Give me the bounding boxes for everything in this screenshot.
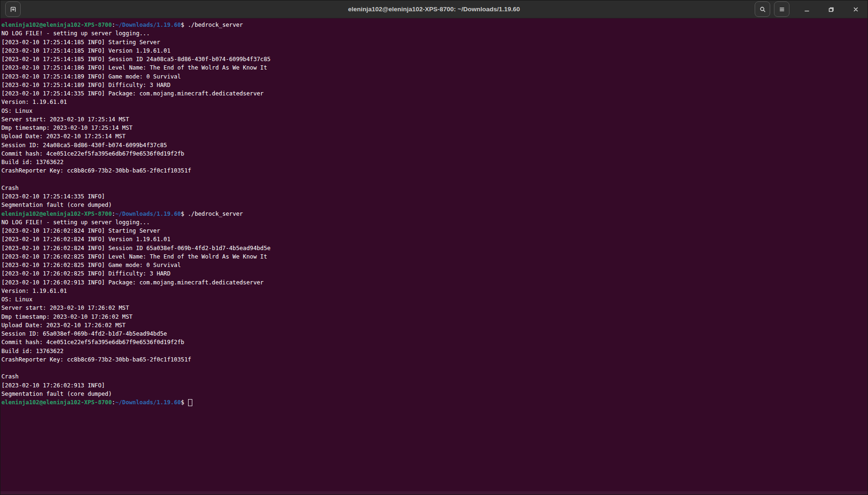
terminal-line: Dmp timestamp: 2023-02-10 17:25:14 MST — [1, 124, 867, 132]
terminal-text: [2023-02-10 17:26:02:913 INFO] — [1, 382, 105, 389]
terminal-line: [2023-02-10 17:25:14:189 INFO] Difficult… — [1, 81, 867, 89]
terminal-line: Commit hash: 4ce051ce22ef5fa395e6db67f9e… — [1, 149, 867, 158]
terminal-text: [2023-02-10 17:25:14:189 INFO] Game mode… — [1, 73, 181, 80]
terminal-text: Dmp timestamp: 2023-02-10 17:26:02 MST — [1, 314, 133, 320]
restore-icon — [828, 6, 835, 13]
terminal-line: eleninja102@eleninja102-XPS-8700:~/Downl… — [1, 210, 867, 218]
terminal-text: Segmentation fault (core dumped) — [1, 202, 112, 208]
terminal-text: CrashReporter Key: cc8b8c69-73b2-30bb-ba… — [1, 167, 191, 174]
terminal-text: CrashReporter Key: cc8b8c69-73b2-30bb-ba… — [1, 356, 191, 363]
terminal-text: Version: 1.19.61.01 — [1, 99, 67, 105]
terminal-text: [2023-02-10 17:25:14:185 INFO] Session I… — [1, 56, 270, 63]
terminal-text: Crash — [1, 185, 19, 191]
terminal-text: Commit hash: 4ce051ce22ef5fa395e6db67f9e… — [1, 150, 184, 157]
terminal-text: OS: Linux — [1, 296, 32, 303]
terminal-text: NO LOG FILE! - setting up server logging… — [1, 219, 150, 226]
terminal-line: Version: 1.19.61.01 — [1, 287, 867, 295]
terminal-output: eleninja102@eleninja102-XPS-8700:~/Downl… — [0, 18, 868, 407]
terminal-text: Session ID: 65a038ef-069b-4fd2-b1d7-4b5e… — [1, 330, 167, 337]
terminal-line: Segmentation fault (core dumped) — [1, 201, 867, 209]
terminal-line: [2023-02-10 17:25:14:185 INFO] Session I… — [1, 55, 867, 63]
terminal-line: OS: Linux — [1, 295, 867, 304]
terminal-text: [2023-02-10 17:25:14:189 INFO] Difficult… — [1, 82, 171, 88]
prompt-user-host: eleninja102@eleninja102-XPS-8700 — [1, 399, 112, 406]
terminal-text: Upload Date: 2023-02-10 17:25:14 MST — [1, 133, 126, 140]
terminal-text: Version: 1.19.61.01 — [1, 288, 67, 294]
terminal-line: Server start: 2023-02-10 17:26:02 MST — [1, 304, 867, 312]
terminal-line: Server start: 2023-02-10 17:25:14 MST — [1, 115, 867, 124]
terminal-line: NO LOG FILE! - setting up server logging… — [1, 218, 867, 227]
window-title: eleninja102@eleninja102-XPS-8700: ~/Down… — [0, 6, 868, 13]
terminal-text: [2023-02-10 17:26:02:824 INFO] Starting … — [1, 228, 160, 234]
terminal-line: Session ID: 24a08ca5-8d86-430f-b074-6099… — [1, 141, 867, 149]
terminal-text: Commit hash: 4ce051ce22ef5fa395e6db67f9e… — [1, 339, 184, 346]
menu-button[interactable] — [774, 1, 789, 17]
terminal-line: [2023-02-10 17:25:14:186 INFO] Level Nam… — [1, 63, 867, 72]
terminal-text: Build id: 13763622 — [1, 348, 63, 354]
window-bottom-edge — [0, 491, 868, 495]
terminal-line — [1, 364, 867, 372]
search-button[interactable] — [755, 1, 770, 17]
new-tab-icon — [9, 6, 17, 13]
terminal-line: OS: Linux — [1, 107, 867, 115]
terminal-text: Dmp timestamp: 2023-02-10 17:25:14 MST — [1, 125, 133, 131]
prompt-path: ~/Downloads/1.19.60 — [115, 211, 181, 217]
terminal-text: $ — [181, 399, 188, 406]
terminal-line: Segmentation fault (core dumped) — [1, 390, 867, 398]
terminal-text: [2023-02-10 17:26:02:824 INFO] Session I… — [1, 245, 270, 251]
terminal-line: Session ID: 65a038ef-069b-4fd2-b1d7-4b5e… — [1, 330, 867, 338]
terminal-viewport[interactable]: eleninja102@eleninja102-XPS-8700:~/Downl… — [0, 18, 868, 495]
terminal-text: [2023-02-10 17:25:14:185 INFO] Starting … — [1, 39, 160, 46]
terminal-text: [2023-02-10 17:26:02:824 INFO] Version 1… — [1, 236, 171, 243]
terminal-line: eleninja102@eleninja102-XPS-8700:~/Downl… — [1, 398, 867, 407]
terminal-line: [2023-02-10 17:25:14:335 INFO] — [1, 192, 867, 201]
terminal-text: Server start: 2023-02-10 17:25:14 MST — [1, 116, 129, 123]
terminal-text: [2023-02-10 17:26:02:825 INFO] Game mode… — [1, 262, 181, 268]
terminal-line: NO LOG FILE! - setting up server logging… — [1, 29, 867, 38]
restore-button[interactable] — [824, 2, 838, 16]
terminal-line: CrashReporter Key: cc8b8c69-73b2-30bb-ba… — [1, 355, 867, 364]
terminal-line: [2023-02-10 17:26:02:825 INFO] Level Nam… — [1, 252, 867, 261]
terminal-text: [2023-02-10 17:25:14:185 INFO] Version 1… — [1, 47, 171, 54]
terminal-text: [2023-02-10 17:26:02:825 INFO] Difficult… — [1, 270, 171, 277]
close-icon — [852, 6, 860, 13]
minimize-button[interactable] — [800, 2, 814, 16]
terminal-text: OS: Linux — [1, 108, 32, 114]
terminal-window: eleninja102@eleninja102-XPS-8700: ~/Down… — [0, 0, 868, 495]
terminal-line: Crash — [1, 184, 867, 192]
terminal-line: CrashReporter Key: cc8b8c69-73b2-30bb-ba… — [1, 166, 867, 175]
terminal-line: [2023-02-10 17:26:02:913 INFO] — [1, 381, 867, 390]
terminal-line: Crash — [1, 372, 867, 381]
terminal-line: [2023-02-10 17:26:02:825 INFO] Game mode… — [1, 261, 867, 269]
terminal-line: Build id: 13763622 — [1, 158, 867, 166]
terminal-line: Commit hash: 4ce051ce22ef5fa395e6db67f9e… — [1, 338, 867, 346]
terminal-line: [2023-02-10 17:26:02:824 INFO] Version 1… — [1, 235, 867, 244]
terminal-text: Upload Date: 2023-02-10 17:26:02 MST — [1, 322, 126, 329]
terminal-text: Crash — [1, 373, 19, 380]
terminal-line: Dmp timestamp: 2023-02-10 17:26:02 MST — [1, 313, 867, 321]
terminal-line: [2023-02-10 17:26:02:913 INFO] Package: … — [1, 278, 867, 287]
terminal-line: [2023-02-10 17:26:02:825 INFO] Difficult… — [1, 269, 867, 278]
terminal-text: $ ./bedrock_server — [181, 211, 243, 217]
terminal-line: eleninja102@eleninja102-XPS-8700:~/Downl… — [1, 21, 867, 29]
terminal-text: Build id: 13763622 — [1, 159, 63, 165]
terminal-text: Session ID: 24a08ca5-8d86-430f-b074-6099… — [1, 142, 167, 149]
menu-icon — [778, 6, 786, 13]
prompt-user-host: eleninja102@eleninja102-XPS-8700 — [1, 211, 112, 217]
terminal-text: [2023-02-10 17:25:14:335 INFO] — [1, 193, 105, 200]
close-button[interactable] — [849, 2, 863, 16]
terminal-line: [2023-02-10 17:26:02:824 INFO] Starting … — [1, 227, 867, 235]
titlebar[interactable]: eleninja102@eleninja102-XPS-8700: ~/Down… — [0, 0, 868, 18]
terminal-line — [1, 175, 867, 184]
terminal-text: [2023-02-10 17:26:02:825 INFO] Level Nam… — [1, 253, 267, 260]
terminal-text: Server start: 2023-02-10 17:26:02 MST — [1, 305, 129, 311]
prompt-user-host: eleninja102@eleninja102-XPS-8700 — [1, 22, 112, 28]
new-tab-button[interactable] — [5, 1, 21, 17]
terminal-text: $ ./bedrock_server — [181, 22, 243, 28]
terminal-text: [2023-02-10 17:25:14:335 INFO] Package: … — [1, 90, 264, 97]
prompt-path: ~/Downloads/1.19.60 — [115, 22, 181, 28]
prompt-path: ~/Downloads/1.19.60 — [115, 399, 181, 406]
terminal-line: [2023-02-10 17:26:02:824 INFO] Session I… — [1, 244, 867, 252]
terminal-line: Build id: 13763622 — [1, 347, 867, 355]
terminal-text: [2023-02-10 17:26:02:913 INFO] Package: … — [1, 279, 264, 286]
